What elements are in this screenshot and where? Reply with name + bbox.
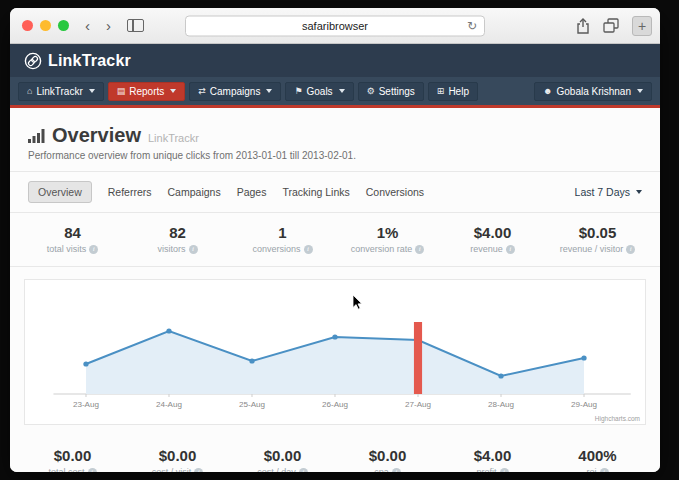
stat-label: revenue [470, 244, 503, 254]
info-icon[interactable] [506, 245, 515, 254]
svg-text:28-Aug: 28-Aug [488, 400, 514, 409]
stat-value: $0.00 [125, 447, 230, 464]
linktrackr-logo-icon [24, 52, 42, 70]
nav-label: Goals [307, 86, 333, 97]
close-window-button[interactable] [22, 20, 33, 31]
forward-button[interactable]: › [106, 18, 111, 33]
stat-conversions: 1 conversions [230, 224, 335, 254]
svg-text:25-Aug: 25-Aug [239, 400, 265, 409]
nav-item-help[interactable]: ⊞ Help [428, 82, 478, 101]
stat-revenue: $4.00 revenue [440, 224, 545, 254]
info-icon[interactable] [89, 245, 98, 254]
minimize-window-button[interactable] [40, 20, 51, 31]
svg-text:26-Aug: 26-Aug [322, 400, 348, 409]
visits-chart[interactable]: 23-Aug24-Aug25-Aug26-Aug27-Aug28-Aug29-A… [24, 279, 646, 425]
nav-label: Help [448, 86, 469, 97]
nav-item-reports[interactable]: ▤ Reports [108, 82, 186, 101]
stat-conversion-rate: 1% conversion rate [335, 224, 440, 254]
stat-total-visits: 84 total visits [20, 224, 125, 254]
stats-row-top: 84 total visits 82 visitors 1 conversion… [10, 213, 660, 267]
bar-chart-icon [28, 128, 45, 143]
report-tabs: Overview Referrers Campaigns Pages Track… [10, 172, 660, 213]
zoom-window-button[interactable] [58, 20, 69, 31]
reports-icon: ▤ [117, 87, 126, 96]
tab-overview[interactable]: Overview [28, 181, 92, 203]
nav-item-linktrackr[interactable]: ⌂ LinkTrackr [18, 82, 104, 101]
stat-label: revenue / visitor [560, 244, 624, 254]
stat-profit: $4.00 profit [440, 447, 545, 472]
stat-value: 400% [545, 447, 650, 464]
back-button[interactable]: ‹ [85, 18, 90, 33]
info-icon[interactable] [194, 468, 203, 473]
chart-credit: Highcharts.com [595, 415, 640, 422]
nav-label: Reports [129, 86, 164, 97]
stat-total-cost: $0.00 total cost [20, 447, 125, 472]
page-title: Overview [52, 124, 141, 147]
info-icon[interactable] [415, 245, 424, 254]
info-icon[interactable] [299, 468, 308, 473]
chevron-down-icon [636, 190, 642, 194]
stat-label: roi [586, 467, 596, 472]
info-icon[interactable] [304, 245, 313, 254]
stat-revenue-per-visitor: $0.05 revenue / visitor [545, 224, 650, 254]
info-icon[interactable] [500, 468, 509, 473]
page-title-suffix: LinkTrackr [148, 132, 199, 144]
date-range-dropdown[interactable]: Last 7 Days [575, 186, 642, 198]
svg-text:27-Aug: 27-Aug [405, 400, 431, 409]
chevron-down-icon [339, 89, 345, 93]
tabs-overview-icon[interactable] [603, 18, 619, 33]
tab-referrers[interactable]: Referrers [108, 186, 152, 198]
chevron-down-icon [89, 89, 95, 93]
svg-text:29-Aug: 29-Aug [571, 400, 597, 409]
goals-icon: ⚑ [294, 87, 302, 96]
info-icon[interactable] [189, 245, 198, 254]
user-icon: ☻ [543, 87, 552, 96]
tab-campaigns[interactable]: Campaigns [168, 186, 221, 198]
stat-value: 82 [125, 224, 230, 241]
browser-window: ‹ › safaribrowser ↻ + [10, 8, 660, 472]
user-menu[interactable]: ☻ Gobala Krishnan [534, 82, 652, 101]
info-icon[interactable] [88, 468, 97, 473]
nav-label: LinkTrackr [36, 86, 82, 97]
stat-label: total visits [47, 244, 87, 254]
chevron-down-icon [266, 89, 272, 93]
stat-label: conversions [252, 244, 300, 254]
new-tab-button[interactable]: + [632, 16, 652, 36]
nav-item-campaigns[interactable]: ⇄ Campaigns [189, 82, 281, 101]
address-text: safaribrowser [302, 20, 368, 32]
address-bar[interactable]: safaribrowser ↻ [185, 15, 485, 36]
tab-conversions[interactable]: Conversions [366, 186, 424, 198]
traffic-lights [22, 20, 69, 31]
stat-label: cost / visit [152, 467, 192, 472]
dashboard-icon: ⌂ [27, 87, 32, 96]
stat-value: $0.05 [545, 224, 650, 241]
svg-text:24-Aug: 24-Aug [156, 400, 182, 409]
stat-cpa: $0.00 cpa [335, 447, 440, 472]
user-name: Gobala Krishnan [557, 86, 632, 97]
stat-label: visitors [157, 244, 185, 254]
stat-value: $0.00 [230, 447, 335, 464]
campaigns-icon: ⇄ [198, 87, 206, 96]
stat-value: 84 [20, 224, 125, 241]
app-header: LinkTrackr [10, 44, 660, 77]
refresh-icon[interactable]: ↻ [467, 19, 477, 33]
page-subtitle: Performance overview from unique clicks … [28, 150, 642, 161]
info-icon[interactable] [626, 245, 635, 254]
nav-item-goals[interactable]: ⚑ Goals [285, 82, 353, 101]
sidebar-toggle-icon[interactable] [127, 19, 144, 32]
stat-value: $4.00 [440, 447, 545, 464]
stat-label: profit [476, 467, 496, 472]
tab-pages[interactable]: Pages [237, 186, 267, 198]
stat-visitors: 82 visitors [125, 224, 230, 254]
stat-value: $0.00 [20, 447, 125, 464]
chevron-down-icon [637, 89, 643, 93]
chevron-down-icon [170, 89, 176, 93]
info-icon[interactable] [392, 468, 401, 473]
share-icon[interactable] [576, 18, 590, 34]
nav-item-settings[interactable]: ⚙ Settings [358, 82, 424, 101]
stat-label: conversion rate [351, 244, 413, 254]
tab-tracking-links[interactable]: Tracking Links [282, 186, 349, 198]
stat-value: $0.00 [335, 447, 440, 464]
stat-value: 1% [335, 224, 440, 241]
info-icon[interactable] [600, 468, 609, 473]
